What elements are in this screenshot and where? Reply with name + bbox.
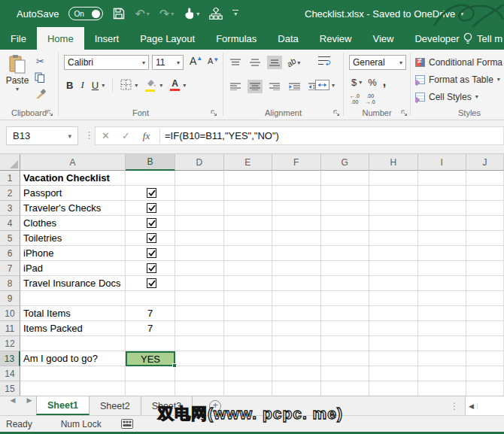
cell-F12[interactable]: [272, 336, 321, 351]
cell-D5[interactable]: [175, 231, 224, 246]
cell-G10[interactable]: [321, 306, 370, 321]
cell-J15[interactable]: [466, 381, 504, 396]
cell-I7[interactable]: [418, 261, 467, 276]
formula-input-area[interactable]: ✕ ✓ fx =IF(B10=B11,"YES","NO"): [95, 126, 504, 145]
cell-A1[interactable]: Vacation Checklist: [20, 171, 126, 186]
cell-E12[interactable]: [224, 336, 273, 351]
column-header-F[interactable]: F: [272, 154, 321, 171]
flowchart-button[interactable]: [209, 8, 223, 20]
cell-I4[interactable]: [418, 216, 467, 231]
cell-D4[interactable]: [175, 216, 224, 231]
fill-handle[interactable]: [172, 363, 177, 368]
row-header-7[interactable]: 7: [0, 261, 20, 276]
enter-button[interactable]: ✓: [116, 130, 136, 141]
cell-B1[interactable]: [126, 171, 175, 186]
cell-styles-button[interactable]: Cell Styles ▾: [415, 88, 504, 105]
cell-I8[interactable]: [418, 276, 467, 291]
grow-font-button[interactable]: A▲: [190, 55, 202, 67]
cell-A15[interactable]: [20, 381, 126, 396]
row-header-10[interactable]: 10: [0, 306, 20, 321]
cell-E5[interactable]: [224, 231, 273, 246]
cell-B15[interactable]: [126, 381, 175, 396]
column-header-I[interactable]: I: [418, 154, 467, 171]
cell-A7[interactable]: iPad: [20, 261, 126, 276]
tell-me-button[interactable]: Tell m: [463, 27, 504, 50]
bold-button[interactable]: B: [66, 80, 73, 91]
redo-button[interactable]: ↷ ▾: [159, 7, 174, 21]
cell-G7[interactable]: [321, 261, 370, 276]
cell-F1[interactable]: [272, 171, 321, 186]
font-size-select[interactable]: 11 ▾: [152, 55, 184, 70]
name-box[interactable]: B13 ▾: [6, 126, 78, 145]
chevron-down-icon[interactable]: ▾: [159, 82, 162, 89]
ribbon-tab-insert[interactable]: Insert: [84, 27, 130, 50]
row-header-1[interactable]: 1: [0, 171, 20, 186]
cell-H12[interactable]: [369, 336, 418, 351]
chevron-down-icon[interactable]: ▾: [359, 79, 362, 86]
cell-H6[interactable]: [369, 246, 418, 261]
cell-A12[interactable]: [20, 336, 126, 351]
number-dialog-launcher[interactable]: [401, 110, 408, 117]
cell-D15[interactable]: [175, 381, 224, 396]
checkbox-checked[interactable]: [147, 248, 156, 258]
formula-bar-dots-icon[interactable]: ⋮: [84, 129, 94, 141]
cell-G15[interactable]: [321, 381, 370, 396]
cell-A5[interactable]: Toiletries: [20, 231, 126, 246]
decrease-indent-button[interactable]: [287, 80, 302, 93]
cell-D10[interactable]: [175, 306, 224, 321]
cell-E8[interactable]: [224, 276, 273, 291]
cell-B7[interactable]: [126, 261, 175, 276]
italic-button[interactable]: I: [80, 79, 83, 91]
font-dialog-launcher[interactable]: [211, 110, 217, 117]
cell-H5[interactable]: [369, 231, 418, 246]
cell-H10[interactable]: [369, 306, 418, 321]
cell-A10[interactable]: Total Items: [20, 306, 126, 321]
chevron-down-icon[interactable]: ▾: [183, 82, 186, 89]
cell-I13[interactable]: [418, 351, 467, 366]
cell-A9[interactable]: [20, 291, 126, 306]
column-header-H[interactable]: H: [369, 154, 418, 171]
row-header-8[interactable]: 8: [0, 276, 20, 291]
underline-button[interactable]: U: [92, 80, 99, 91]
cell-H8[interactable]: [369, 276, 418, 291]
checkbox-checked[interactable]: [147, 218, 156, 228]
sheet-bar-dots-icon[interactable]: ⋮: [450, 401, 459, 411]
sheet-nav-right-icon[interactable]: ▶: [21, 396, 38, 404]
cell-H11[interactable]: [369, 321, 418, 336]
cell-A14[interactable]: [20, 366, 126, 381]
row-header-14[interactable]: 14: [0, 366, 20, 381]
row-header-12[interactable]: 12: [0, 336, 20, 351]
ribbon-tab-data[interactable]: Data: [267, 27, 308, 50]
column-header-J[interactable]: J: [466, 154, 504, 171]
cell-G14[interactable]: [321, 366, 370, 381]
cell-E7[interactable]: [224, 261, 273, 276]
format-painter-button[interactable]: [35, 89, 46, 101]
cell-G6[interactable]: [321, 246, 370, 261]
cut-button[interactable]: ✂: [36, 56, 44, 67]
scroll-left-icon[interactable]: ◀: [466, 402, 478, 410]
cell-J9[interactable]: [466, 291, 504, 306]
cell-G2[interactable]: [321, 186, 370, 201]
cell-G3[interactable]: [321, 201, 370, 216]
cell-B5[interactable]: [126, 231, 175, 246]
cell-B10[interactable]: 7: [126, 306, 175, 321]
cell-J2[interactable]: [466, 186, 504, 201]
cell-D6[interactable]: [175, 246, 224, 261]
row-header-2[interactable]: 2: [0, 186, 20, 201]
select-all-corner[interactable]: [0, 154, 20, 171]
cell-E2[interactable]: [224, 186, 273, 201]
clipboard-dialog-launcher[interactable]: [47, 110, 53, 117]
cell-F9[interactable]: [272, 291, 321, 306]
increase-decimal-button[interactable]: ←.0 .00: [350, 93, 360, 105]
bottom-align-button[interactable]: [267, 56, 282, 69]
checkbox-checked[interactable]: [147, 278, 156, 288]
align-right-button[interactable]: [267, 80, 282, 93]
middle-align-button[interactable]: [247, 56, 263, 69]
cell-J3[interactable]: [466, 201, 504, 216]
cell-D7[interactable]: [175, 261, 224, 276]
chevron-down-icon[interactable]: ▾: [102, 82, 105, 89]
cell-I14[interactable]: [418, 366, 467, 381]
chevron-down-icon[interactable]: ▾: [171, 11, 174, 17]
cell-G4[interactable]: [321, 216, 370, 231]
cell-D8[interactable]: [175, 276, 224, 291]
